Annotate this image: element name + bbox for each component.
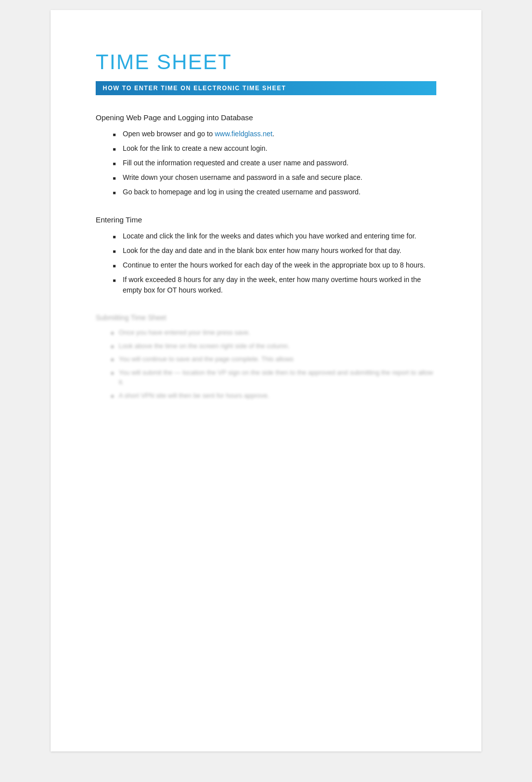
document-page: TIME SHEET HOW TO ENTER TIME ON ELECTRON… (51, 10, 481, 751)
bullet-icon: ■ (111, 131, 118, 138)
bullet-text: Look for the link to create a new accoun… (123, 143, 436, 154)
bullet-text: Once you have entered your time press sa… (119, 328, 250, 338)
section3-heading: Submitting Time Sheet (96, 314, 436, 322)
list-item: ■ Write down your chosen username and pa… (111, 172, 436, 183)
bullet-icon: ■ (111, 392, 114, 400)
bullet-icon: ■ (111, 356, 114, 363)
list-item: ■ Fill out the information requested and… (111, 158, 436, 168)
section1: Opening Web Page and Logging into Databa… (96, 113, 436, 197)
bullet-text: Write down your chosen username and pass… (123, 172, 436, 183)
section2: Entering Time ■ Locate and click the lin… (96, 215, 436, 296)
bullet-icon: ■ (111, 262, 118, 270)
bullet-text: You will continue to save and the page c… (119, 354, 294, 364)
bullet-icon: ■ (111, 343, 114, 350)
bullet-text: Look for the day and date and in the bla… (123, 245, 436, 256)
bullet-text: Open web browser and go to www.fieldglas… (123, 129, 436, 139)
bullet-icon: ■ (111, 277, 118, 284)
bullet-text: You will submit the — location the VP si… (119, 368, 436, 387)
bullet-icon: ■ (111, 174, 118, 182)
subtitle-bar: HOW TO ENTER TIME ON ELECTRONIC TIME SHE… (96, 81, 436, 95)
bullet-text: If work exceeded 8 hours for any day in … (123, 275, 436, 296)
bullet-text: Go back to homepage and log in using the… (123, 187, 436, 197)
section2-bullet-list: ■ Locate and click the link for the week… (96, 231, 436, 296)
subtitle-text: HOW TO ENTER TIME ON ELECTRONIC TIME SHE… (103, 85, 286, 92)
bullet-icon: ■ (111, 189, 118, 196)
bullet-icon: ■ (111, 160, 118, 167)
list-item: ■ You will continue to save and the page… (111, 354, 436, 364)
list-item: ■ Look for the link to create a new acco… (111, 143, 436, 154)
bullet-icon: ■ (111, 369, 114, 377)
page-title: TIME SHEET (96, 50, 436, 74)
section2-heading: Entering Time (96, 215, 436, 224)
list-item: ■ A short VPN site will then be sent for… (111, 391, 436, 401)
list-item: ■ Continue to enter the hours worked for… (111, 260, 436, 271)
bullet-icon: ■ (111, 329, 114, 337)
bullet-text: Look above the time on the screen right … (119, 341, 290, 351)
bullet-text: Fill out the information requested and c… (123, 158, 436, 168)
section1-bullet-list: ■ Open web browser and go to www.fieldgl… (96, 129, 436, 197)
fieldglass-link[interactable]: www.fieldglass.net (215, 130, 273, 138)
list-item: ■ Once you have entered your time press … (111, 328, 436, 338)
section3-bullet-list: ■ Once you have entered your time press … (96, 328, 436, 400)
bullet-text: A short VPN site will then be sent for h… (119, 391, 270, 401)
bullet-text-before-link: Open web browser and go to (123, 130, 215, 138)
bullet-icon: ■ (111, 145, 118, 153)
bullet-icon: ■ (111, 247, 118, 255)
list-item: ■ Look for the day and date and in the b… (111, 245, 436, 256)
bullet-icon: ■ (111, 233, 118, 240)
list-item: ■ Locate and click the link for the week… (111, 231, 436, 241)
list-item: ■ Open web browser and go to www.fieldgl… (111, 129, 436, 139)
list-item: ■ Look above the time on the screen righ… (111, 341, 436, 351)
bullet-text-after-link: . (273, 130, 275, 138)
list-item: ■ You will submit the — location the VP … (111, 368, 436, 387)
bullet-text: Locate and click the link for the weeks … (123, 231, 436, 241)
list-item: ■ Go back to homepage and log in using t… (111, 187, 436, 197)
bullet-text: Continue to enter the hours worked for e… (123, 260, 436, 271)
section3-blurred: Submitting Time Sheet ■ Once you have en… (96, 314, 436, 400)
list-item: ■ If work exceeded 8 hours for any day i… (111, 275, 436, 296)
section1-heading: Opening Web Page and Logging into Databa… (96, 113, 436, 122)
